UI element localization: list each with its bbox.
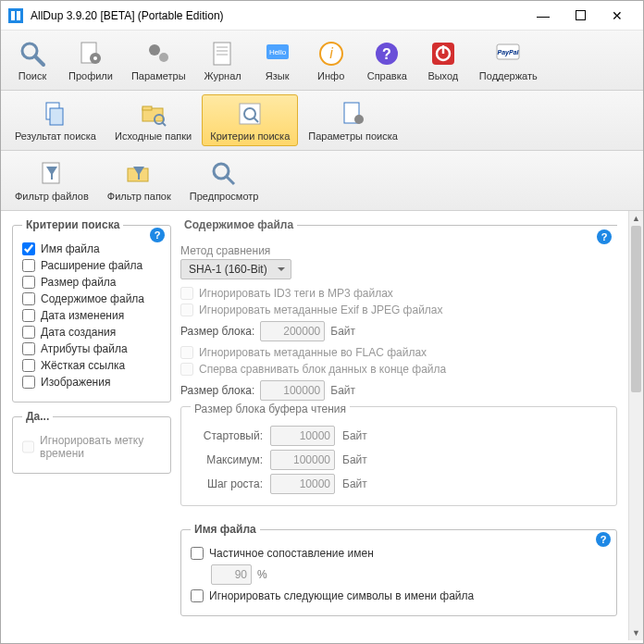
criteria-item-7[interactable]: Жёсткая ссылка	[22, 359, 161, 372]
toolbar-hello-button[interactable]: HelloЯзык	[252, 34, 303, 86]
help-icon: ?	[372, 39, 402, 68]
power-icon	[428, 39, 458, 68]
ignore-flac-checkbox: Игнорировать метаданные во FLAC файлах	[180, 346, 617, 359]
svg-text:i: i	[329, 45, 333, 61]
toolbar-label: Справка	[367, 70, 407, 81]
svg-rect-29	[142, 106, 152, 110]
date-options-legend: Да...	[22, 410, 53, 423]
svg-rect-11	[214, 43, 230, 65]
help-icon[interactable]: ?	[597, 229, 612, 244]
svg-rect-2	[17, 11, 20, 20]
toolbar-label: Параметры	[131, 70, 186, 81]
ignore-timestamp-checkbox: Игнорировать метку времени	[22, 434, 161, 460]
buffer-step-input[interactable]	[270, 474, 335, 494]
toolbar-label: Поиск	[19, 70, 46, 81]
svg-point-41	[214, 164, 229, 179]
svg-point-36	[354, 115, 364, 124]
buffer-start-input[interactable]	[270, 426, 335, 446]
criteria-item-8[interactable]: Изображения	[22, 376, 161, 389]
compare-end-checkbox: Сперва сравнивать блок данных в конце фа…	[180, 363, 617, 376]
magnifier-icon	[18, 39, 47, 68]
criteria-legend: Критерии поиска	[22, 218, 123, 231]
criteria-icon	[235, 99, 265, 129]
folders-icon	[139, 99, 168, 129]
buffer-max-row: Максимум: Байт	[191, 450, 607, 470]
criteria-item-6[interactable]: Атрибуты файла	[22, 342, 161, 355]
svg-text:Hello: Hello	[269, 48, 287, 56]
toolbar-paypal-button[interactable]: PayPalПоддержать	[471, 34, 546, 86]
criteria-item-0[interactable]: Имя файла	[22, 242, 161, 255]
toolbar-log-button[interactable]: Журнал	[196, 34, 250, 86]
main-toolbar: ПоискПрофилиПараметрыЖурналHelloЯзыкiИнф…	[1, 31, 643, 91]
preview-icon	[209, 159, 239, 189]
compare-method-label: Метод сравнения	[180, 244, 617, 257]
maximize-button[interactable]	[562, 2, 599, 30]
partial-match-checkbox[interactable]: Частичное сопоставление имен	[191, 547, 607, 560]
tab-criteria[interactable]: Критерии поиска	[202, 94, 298, 146]
buffer-subgroup: Размер блока буфера чтения Стартовый: Ба…	[180, 406, 617, 506]
svg-point-8	[93, 56, 97, 60]
buffer-max-input[interactable]	[270, 450, 335, 470]
window-title: AllDup 3.9.20 [BETA] (Portable Edition)	[31, 9, 525, 22]
tab-result[interactable]: Результат поиска	[6, 94, 105, 146]
hello-icon: Hello	[263, 39, 292, 68]
file-content-legend: Содержимое файла	[180, 218, 297, 231]
toolbar-help-button[interactable]: ?Справка	[359, 34, 415, 86]
scroll-up-icon[interactable]: ▲	[629, 211, 643, 226]
toolbar-label: Инфо	[317, 70, 344, 81]
ignore-chars-checkbox[interactable]: Игнорировать следующие символы в имени ф…	[191, 589, 607, 602]
percent-input[interactable]	[211, 564, 252, 585]
ignore-id3-checkbox: Игнорировать ID3 теги в MP3 файлах	[180, 287, 617, 300]
tab-filter-folder[interactable]: Фильтр папок	[99, 155, 180, 206]
help-icon[interactable]: ?	[596, 532, 611, 547]
close-button[interactable]: ✕	[599, 2, 636, 30]
app-icon	[8, 8, 23, 23]
svg-line-42	[227, 177, 234, 184]
svg-rect-3	[576, 11, 585, 20]
toolbar-label: Поддержать	[479, 70, 538, 81]
filename-legend: Имя файла	[191, 523, 260, 536]
buffer-legend: Размер блока буфера чтения	[191, 402, 350, 415]
buffer-start-row: Стартовый: Байт	[191, 426, 607, 446]
paypal-icon: PayPal	[493, 39, 523, 68]
tab-filter[interactable]: Фильтр файлов	[6, 155, 97, 206]
help-icon[interactable]: ?	[150, 228, 165, 242]
left-column: Критерии поиска ? Имя файлаРасширение фа…	[1, 211, 177, 640]
toolbar-gears-button[interactable]: Параметры	[123, 34, 194, 86]
toolbar-gear-doc-button[interactable]: Профили	[60, 34, 121, 86]
svg-text:PayPal: PayPal	[498, 49, 520, 56]
criteria-item-2[interactable]: Размер файла	[22, 276, 161, 289]
toolbar-info-button[interactable]: iИнфо	[305, 34, 357, 86]
scrollbar[interactable]: ▲ ▼	[628, 211, 643, 640]
svg-line-5	[35, 56, 43, 65]
tab-params[interactable]: Параметры поиска	[300, 94, 406, 146]
svg-rect-1	[11, 11, 15, 20]
scrollbar-thumb[interactable]	[631, 226, 641, 392]
criteria-item-4[interactable]: Дата изменения	[22, 309, 161, 322]
block-size-2-input[interactable]	[260, 380, 325, 401]
params-icon	[339, 99, 368, 129]
right-column: Содержимое файла ? Метод сравнения SHA-1…	[177, 211, 643, 640]
svg-point-9	[149, 44, 160, 56]
tab-folders[interactable]: Исходные папки	[106, 94, 200, 146]
minimize-button[interactable]: —	[525, 2, 562, 30]
tab-preview[interactable]: Предпросмотр	[181, 155, 267, 206]
file-content-group: Содержимое файла ? Метод сравнения SHA-1…	[180, 218, 617, 515]
svg-rect-27	[50, 108, 63, 125]
ignore-timestamp-label: Игнорировать метку времени	[40, 434, 161, 460]
block-size-1-input[interactable]	[260, 321, 325, 341]
svg-text:?: ?	[382, 46, 391, 62]
toolbar-label: Язык	[266, 70, 290, 81]
toolbar-magnifier-button[interactable]: Поиск	[6, 34, 58, 86]
svg-rect-0	[8, 8, 23, 23]
scroll-down-icon[interactable]: ▼	[629, 625, 643, 640]
toolbar-power-button[interactable]: Выход	[417, 34, 469, 86]
toolbar-label: Профили	[68, 70, 113, 81]
criteria-item-1[interactable]: Расширение файла	[22, 259, 161, 272]
compare-method-select[interactable]: SHA-1 (160-Bit)	[180, 259, 291, 279]
criteria-item-5[interactable]: Дата создания	[22, 326, 161, 339]
result-icon	[41, 99, 70, 129]
ignore-exif-checkbox: Игнорировать метаданные Exif в JPEG файл…	[180, 303, 617, 316]
criteria-item-3[interactable]: Содержимое файла	[22, 292, 161, 305]
tabs-row-1: Результат поискаИсходные папкиКритерии п…	[1, 91, 643, 151]
